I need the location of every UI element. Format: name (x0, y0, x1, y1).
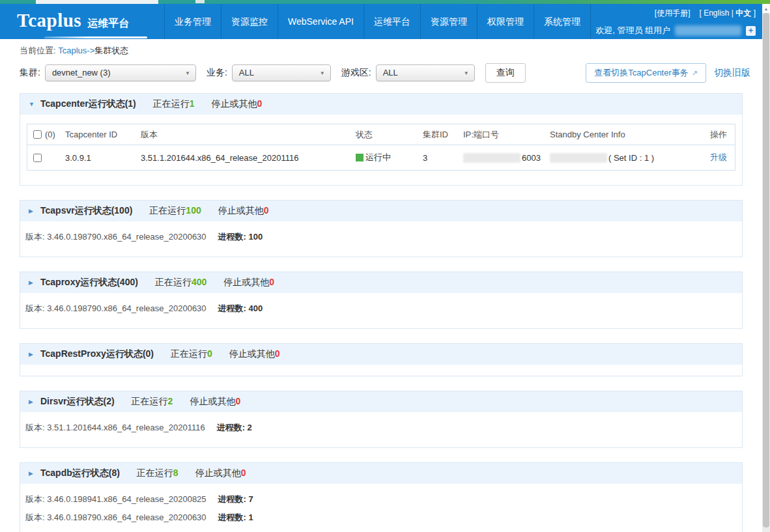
version-line: 版本: 3.46.0.198790.x86_64_release_2020063… (25, 303, 733, 315)
panel-dirsvr-header[interactable]: ▶ Dirsvr运行状态(2) 正在运行2 停止或其他0 (20, 391, 742, 412)
stopped-count: 0 (235, 396, 240, 406)
row-checkbox[interactable] (33, 154, 42, 162)
running-stat: 正在运行100 (149, 205, 201, 217)
col-version: 版本 (141, 129, 356, 141)
chevron-down-icon: ▼ (185, 66, 190, 81)
stopped-count: 0 (241, 468, 246, 478)
app-logo[interactable]: Tcaplus运维平台 (17, 10, 129, 31)
version-line: 版本: 3.46.0.198790.x86_64_release_2020063… (25, 231, 733, 243)
stopped-stat: 停止或其他0 (195, 468, 246, 479)
panel-tcapsvr: ▶ Tcapsvr运行状态(100) 正在运行100 停止或其他0 版本: 3.… (20, 200, 743, 257)
standby-setid-text: ( Set ID : 1 ) (608, 153, 654, 163)
switch-old-version-link[interactable]: 切换旧版 (714, 67, 750, 79)
nav-item-ops-platform[interactable]: 运维平台 (364, 4, 421, 39)
nav-item-resource-mgmt[interactable]: 资源管理 (421, 4, 478, 39)
breadcrumb-link-tcaplus[interactable]: Tcaplus-> (58, 46, 94, 55)
view-tcapcenter-transaction-button[interactable]: 查看切换TcapCenter事务 ↗ (586, 63, 706, 83)
cell-ip-port: 6003 (463, 153, 550, 163)
version-line: 版本: 3.51.1.201644.x86_64_release_2020111… (25, 422, 733, 434)
zone-select[interactable]: ALL ▼ (376, 64, 475, 81)
cell-status: 运行中 (356, 152, 423, 163)
collapse-expanded-icon: ▼ (29, 101, 35, 107)
stopped-stat: 停止或其他0 (229, 348, 280, 360)
breadcrumb-current: 集群状态 (94, 46, 128, 55)
nav-item-business[interactable]: 业务管理 (164, 4, 221, 39)
business-select[interactable]: ALL ▼ (232, 64, 331, 81)
nav-item-permission-mgmt[interactable]: 权限管理 (478, 4, 534, 39)
select-all-checkbox[interactable] (33, 130, 42, 139)
lang-english-link[interactable]: English (704, 8, 729, 18)
cell-tcapcenter-id: 3.0.9.1 (65, 153, 141, 163)
cell-version: 3.51.1.201644.x86_64_release_20201116 (141, 153, 356, 163)
panel-title: Tcapsvr运行状态(100) (40, 205, 132, 217)
running-count: 2 (168, 396, 173, 406)
page-content: 当前位置: Tcaplus->集群状态 集群: devnet_new (3) ▼… (0, 39, 762, 532)
plus-icon[interactable]: + (746, 26, 756, 36)
panel-tcaproxy: ▶ Tcaproxy运行状态(400) 正在运行400 停止或其他0 版本: 3… (20, 272, 743, 329)
running-count: 1 (190, 98, 195, 109)
running-stat: 正在运行2 (132, 396, 173, 408)
stopped-stat: 停止或其他0 (223, 277, 274, 288)
scrollbar-thumb[interactable] (763, 13, 769, 527)
status-green-square-icon (356, 154, 364, 161)
vertical-scrollbar[interactable]: ▲ (762, 4, 770, 532)
col-standby-info: Standby Center Info (550, 130, 710, 139)
chevron-down-icon: ▼ (320, 66, 325, 81)
cluster-select[interactable]: devnet_new (3) ▼ (45, 64, 196, 81)
logo-text: Tcaplus (17, 10, 81, 31)
tcapcenter-table-wrap: (0) Tcapcenter ID 版本 状态 集群ID IP:端口号 Stan… (20, 115, 742, 185)
panel-tcaproxy-header[interactable]: ▶ Tcaproxy运行状态(400) 正在运行400 停止或其他0 (20, 272, 742, 293)
panel-title: Tcapcenter运行状态(1) (40, 98, 136, 110)
panel-tcapcenter-header[interactable]: ▼ Tcapcenter运行状态(1) 正在运行1 停止或其他0 (20, 94, 742, 115)
query-button[interactable]: 查询 (485, 63, 526, 83)
stopped-stat: 停止或其他0 (218, 205, 269, 217)
panel-title: Tcapdb运行状态(8) (40, 468, 120, 479)
manual-link[interactable]: [使用手册] (655, 8, 691, 19)
stopped-stat: 停止或其他0 (190, 396, 240, 408)
stopped-count: 0 (264, 205, 269, 216)
filter-bar: 集群: devnet_new (3) ▼ 业务: ALL ▼ 游戏区: ALL … (20, 63, 750, 83)
panel-tcapdb-header[interactable]: ▶ Tcapdb运行状态(8) 正在运行8 停止或其他0 (20, 463, 742, 484)
panel-tcaprestproxy-header[interactable]: ▶ TcapRestProxy运行状态(0) 正在运行0 停止或其他0 (20, 344, 742, 365)
cell-standby-info: ( Set ID : 1 ) (550, 153, 710, 163)
logo-underline (44, 36, 147, 38)
main-nav: 业务管理 资源监控 WebService API 运维平台 资源管理 权限管理 … (164, 4, 591, 39)
running-count: 0 (207, 348, 212, 359)
collapse-collapsed-icon: ▶ (29, 279, 35, 286)
business-label: 业务: (207, 67, 227, 79)
collapse-collapsed-icon: ▶ (29, 208, 35, 214)
lang-separator: | (730, 8, 736, 18)
breadcrumb: 当前位置: Tcaplus->集群状态 (0, 39, 762, 58)
nav-item-resource-monitor[interactable]: 资源监控 (221, 4, 278, 39)
ip-redacted (463, 153, 520, 163)
collapse-collapsed-icon: ▶ (29, 351, 35, 357)
running-count: 100 (186, 205, 201, 216)
running-stat: 正在运行0 (171, 348, 212, 360)
zone-label: 游戏区: (341, 67, 371, 79)
cell-cluster-id: 3 (423, 153, 463, 163)
nav-item-system-mgmt[interactable]: 系统管理 (534, 4, 591, 39)
language-switch[interactable]: [ English | 中文 ] (700, 8, 756, 19)
zone-select-value: ALL (383, 68, 398, 77)
panel-tcapcenter: ▼ Tcapcenter运行状态(1) 正在运行1 停止或其他0 (0) Tca… (20, 93, 743, 186)
lang-bracket-close: ] (751, 8, 756, 18)
header-right: [使用手册] [ English | 中文 ] 欢迎, 管理员 组用户 + (595, 8, 756, 36)
app-header: Tcaplus运维平台 业务管理 资源监控 WebService API 运维平… (0, 4, 762, 39)
chevron-down-icon: ▼ (464, 66, 469, 81)
panel-tcapdb: ▶ Tcapdb运行状态(8) 正在运行8 停止或其他0 版本: 3.46.0.… (20, 462, 743, 532)
upgrade-link[interactable]: 升级 (710, 152, 727, 162)
lang-chinese-link[interactable]: 中文 (735, 8, 751, 18)
cluster-label: 集群: (20, 67, 40, 79)
nav-item-webservice-api[interactable]: WebService API (278, 4, 364, 39)
version-line: 版本: 3.46.0.198941.x86_64_release_2020082… (25, 494, 733, 505)
col-status: 状态 (356, 129, 423, 141)
panel-tcapsvr-header[interactable]: ▶ Tcapsvr运行状态(100) 正在运行100 停止或其他0 (20, 201, 742, 221)
stopped-count: 0 (275, 348, 280, 359)
panel-list: ▼ Tcapcenter运行状态(1) 正在运行1 停止或其他0 (0) Tca… (0, 83, 762, 532)
scroll-up-arrow-icon[interactable]: ▲ (762, 4, 770, 13)
col-cluster-id: 集群ID (423, 129, 463, 141)
stopped-stat: 停止或其他0 (212, 98, 263, 110)
tcapcenter-table: (0) Tcapcenter ID 版本 状态 集群ID IP:端口号 Stan… (27, 124, 735, 171)
stopped-count: 0 (269, 277, 274, 287)
stopped-count: 0 (257, 98, 263, 109)
